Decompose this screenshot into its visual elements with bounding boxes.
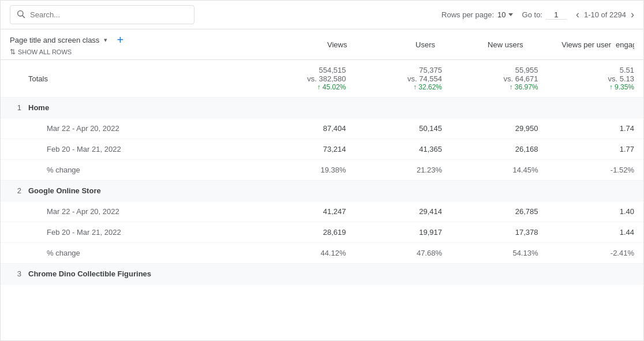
row-1-sub1-vpu: 1.74: [543, 118, 644, 138]
row-2-sub2-label: Feb 20 - Mar 21, 2022: [28, 228, 121, 237]
row-2-sub1-right: 41,247 29,414 26,785 1.40: [254, 201, 643, 222]
dimension-title: Page title and screen class ▾ +: [10, 34, 264, 46]
row-3-label: Chrome Dino Collectible Figurines: [28, 269, 151, 278]
totals-vpu-top: 5.51: [620, 66, 634, 74]
next-page-button[interactable]: ›: [631, 9, 634, 21]
row-1-pct-views: 19.38%: [254, 160, 351, 180]
row-1-pct-users: 21.23%: [351, 160, 447, 180]
dimension-chevron-icon[interactable]: ▾: [104, 36, 107, 44]
totals-views-pct: ↑ 45.02%: [317, 83, 346, 91]
row-1-number: 1: [10, 103, 21, 112]
rows-per-page-label: Rows per page:: [441, 10, 494, 19]
row-3-users: [351, 264, 447, 284]
row-2-pct-label: % change: [28, 249, 80, 257]
row-1-pct-label: % change: [28, 166, 80, 174]
top-bar: Rows per page: 10 Go to: ‹ 1-10 of 2294 …: [1, 1, 643, 29]
rows-per-page-value: 10: [497, 10, 506, 19]
row-2-label: Google Online Store: [28, 186, 101, 195]
totals-newusers-pct: ↑ 36.97%: [509, 83, 538, 91]
row-2-views: [254, 181, 351, 201]
dimension-header: Page title and screen class ▾ + ⇅ SHOW A…: [10, 34, 264, 59]
row-1-label: Home: [28, 103, 49, 112]
table-row: 1 Home: [1, 98, 643, 118]
add-dimension-button[interactable]: +: [117, 34, 123, 46]
row-1-sub1-newusers: 29,950: [447, 118, 543, 138]
show-all-rows-label: SHOW ALL ROWS: [18, 48, 72, 55]
row-2-sub1-users: 29,414: [351, 201, 447, 222]
show-all-rows-button[interactable]: ⇅ SHOW ALL ROWS: [10, 46, 264, 59]
totals-users-top: 75,375: [419, 66, 442, 74]
row-1-pct-left: % change: [1, 160, 254, 180]
column-header-row: Page title and screen class ▾ + ⇅ SHOW A…: [1, 29, 643, 60]
row-3-views: [254, 264, 351, 284]
row-1-sub2-views: 73,214: [254, 139, 351, 159]
row-1-sub1-left: Mar 22 - Apr 20, 2022: [1, 118, 254, 138]
row-1-sub2-label: Feb 20 - Mar 21, 2022: [28, 145, 121, 153]
totals-views-cell: 554,515 vs. 382,580 ↑ 45.02%: [254, 60, 351, 97]
search-input[interactable]: [30, 10, 188, 19]
row-3-left: 3 Chrome Dino Collectible Figurines: [1, 264, 254, 284]
row-1-sub1-views: 87,404: [254, 118, 351, 138]
row-1-pct-right: 19.38% 21.23% 14.45% -1.52%: [254, 160, 643, 180]
row-1-sub1-users: 50,145: [351, 118, 447, 138]
table-row: 3 Chrome Dino Collectible Figurines: [1, 264, 643, 284]
row-2-sub1-newusers: 26,785: [447, 201, 543, 222]
dimension-title-text: Page title and screen class: [10, 36, 99, 44]
row-2-users: [351, 181, 447, 201]
row-1-sub1-right: 87,404 50,145 29,950 1.74: [254, 118, 643, 138]
row-1-sub2-right: 73,214 41,365 26,168 1.77: [254, 139, 643, 159]
table-row: % change 19.38% 21.23% 14.45% -1.52%: [1, 160, 643, 181]
row-2-number: 2: [10, 186, 21, 195]
table-row: 2 Google Online Store: [1, 181, 643, 201]
row-3-right: [254, 264, 643, 284]
row-2-vpu: [543, 181, 644, 201]
go-to-label: Go to:: [522, 10, 542, 19]
row-2-right: [254, 181, 643, 201]
row-1-right: [254, 98, 643, 118]
row-2-sub2-views: 28,619: [254, 222, 351, 242]
table-row: Mar 22 - Apr 20, 2022 41,247 29,414 26,7…: [1, 201, 643, 222]
row-2-pct-newusers: 54.13%: [447, 243, 543, 263]
totals-views-top: 554,515: [319, 66, 346, 74]
totals-label: Totals: [28, 74, 48, 83]
row-1-sub2-users: 41,365: [351, 139, 447, 159]
table-row: Feb 20 - Mar 21, 2022 73,214 41,365 26,1…: [1, 139, 643, 160]
row-2-sub1-views: 41,247: [254, 201, 351, 222]
go-to-control: Go to:: [522, 10, 567, 20]
row-2-sub2-right: 28,619 19,917 17,378 1.44: [254, 222, 643, 242]
table-body: Totals 554,515 vs. 382,580 ↑ 45.02% 75,3…: [1, 60, 643, 340]
totals-newusers-vs: vs. 64,671: [504, 74, 538, 83]
row-1-views: [254, 98, 351, 118]
totals-vpu-pct: ↑ 9.35%: [609, 83, 634, 91]
search-box[interactable]: [10, 5, 194, 24]
row-2-pct-vpu: -2.41%: [543, 243, 644, 263]
totals-views-vs: vs. 382,580: [307, 74, 346, 83]
metric-headers: Views Users New users Views per user eng…: [264, 40, 634, 54]
totals-left: Totals: [1, 60, 254, 97]
totals-right: 554,515 vs. 382,580 ↑ 45.02% 75,375 vs. …: [254, 60, 643, 97]
rows-per-page-select[interactable]: 10: [497, 10, 512, 19]
totals-newusers-top: 55,955: [515, 66, 538, 74]
dropdown-arrow-icon: [508, 13, 513, 16]
engage-header-partial: engag...: [611, 40, 634, 54]
row-3-number: 3: [10, 269, 21, 278]
views-header: Views: [264, 40, 352, 54]
row-2-pct-left: % change: [1, 243, 254, 263]
row-1-newusers: [447, 98, 543, 118]
row-2-newusers: [447, 181, 543, 201]
go-to-input[interactable]: [546, 10, 567, 20]
row-1-sub2-vpu: 1.77: [543, 139, 644, 159]
search-icon: [16, 9, 25, 20]
table-row: Feb 20 - Mar 21, 2022 28,619 19,917 17,3…: [1, 222, 643, 243]
row-3-newusers: [447, 264, 543, 284]
pagination-range: 1-10 of 2294: [584, 10, 626, 19]
new-users-header: New users: [440, 40, 528, 54]
prev-page-button[interactable]: ‹: [576, 9, 579, 21]
totals-users-pct: ↑ 32.62%: [413, 83, 442, 91]
totals-users-vs: vs. 74,554: [407, 74, 442, 83]
main-container: Rows per page: 10 Go to: ‹ 1-10 of 2294 …: [0, 0, 644, 341]
row-1-sub1-label: Mar 22 - Apr 20, 2022: [28, 124, 119, 133]
row-2-sub1-vpu: 1.40: [543, 201, 644, 222]
row-1-pct-newusers: 14.45%: [447, 160, 543, 180]
row-1-left: 1 Home: [1, 98, 254, 118]
